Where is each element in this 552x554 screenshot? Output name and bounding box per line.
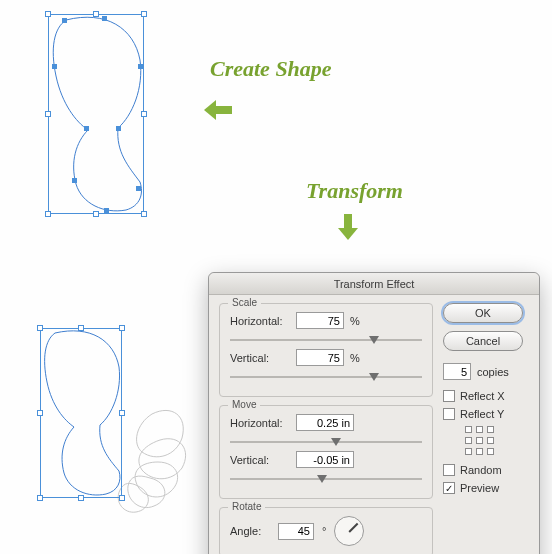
reference-point-grid[interactable] bbox=[465, 426, 495, 456]
move-group: Move Horizontal: Vertical: bbox=[219, 405, 433, 499]
dialog-title[interactable]: Transform Effect bbox=[209, 273, 539, 295]
anchor-point[interactable] bbox=[116, 126, 121, 131]
scale-vertical-unit: % bbox=[350, 352, 360, 364]
preview-row[interactable]: ✓ Preview bbox=[443, 482, 529, 494]
reflect-x-row[interactable]: Reflect X bbox=[443, 390, 529, 402]
move-vertical-input[interactable] bbox=[296, 451, 354, 468]
annotation-create-shape: Create Shape bbox=[210, 56, 332, 82]
scale-horizontal-slider[interactable] bbox=[230, 337, 422, 343]
anchor-point[interactable] bbox=[52, 64, 57, 69]
scale-vertical-input[interactable] bbox=[296, 349, 344, 366]
cancel-button[interactable]: Cancel bbox=[443, 331, 523, 351]
random-checkbox[interactable] bbox=[443, 464, 455, 476]
rotate-legend: Rotate bbox=[228, 501, 265, 512]
anchor-point[interactable] bbox=[138, 64, 143, 69]
rotate-angle-label: Angle: bbox=[230, 525, 270, 537]
vector-path[interactable] bbox=[48, 14, 144, 214]
scale-horizontal-input[interactable] bbox=[296, 312, 344, 329]
scale-legend: Scale bbox=[228, 297, 261, 308]
scale-vertical-label: Vertical: bbox=[230, 352, 290, 364]
scale-horizontal-unit: % bbox=[350, 315, 360, 327]
move-horizontal-input[interactable] bbox=[296, 414, 354, 431]
reflect-y-checkbox[interactable] bbox=[443, 408, 455, 420]
random-label: Random bbox=[460, 464, 502, 476]
anchor-point[interactable] bbox=[136, 186, 141, 191]
scale-group: Scale Horizontal: % Vertical: % bbox=[219, 303, 433, 397]
move-horizontal-slider[interactable] bbox=[230, 439, 422, 445]
move-vertical-label: Vertical: bbox=[230, 454, 290, 466]
move-horizontal-label: Horizontal: bbox=[230, 417, 290, 429]
reflect-y-label: Reflect Y bbox=[460, 408, 504, 420]
anchor-point[interactable] bbox=[102, 16, 107, 21]
anchor-point[interactable] bbox=[72, 178, 77, 183]
transform-effect-dialog: Transform Effect Scale Horizontal: % Ver… bbox=[208, 272, 540, 554]
canvas-shape-original[interactable] bbox=[48, 14, 144, 214]
move-legend: Move bbox=[228, 399, 260, 410]
ok-button[interactable]: OK bbox=[443, 303, 523, 323]
annotation-transform: Transform bbox=[306, 178, 403, 204]
rotate-angle-unit: ° bbox=[322, 525, 326, 537]
random-row[interactable]: Random bbox=[443, 464, 529, 476]
rotate-angle-input[interactable] bbox=[278, 523, 314, 540]
anchor-point[interactable] bbox=[62, 18, 67, 23]
scale-horizontal-label: Horizontal: bbox=[230, 315, 290, 327]
preview-label: Preview bbox=[460, 482, 499, 494]
copies-input[interactable] bbox=[443, 363, 471, 380]
copies-label: copies bbox=[477, 366, 509, 378]
canvas-shape-transformed[interactable] bbox=[40, 328, 210, 538]
reflect-x-checkbox[interactable] bbox=[443, 390, 455, 402]
scale-vertical-slider[interactable] bbox=[230, 374, 422, 380]
anchor-point[interactable] bbox=[84, 126, 89, 131]
rotate-group: Rotate Angle: ° bbox=[219, 507, 433, 554]
rotate-angle-dial[interactable] bbox=[334, 516, 364, 546]
reflect-y-row[interactable]: Reflect Y bbox=[443, 408, 529, 420]
move-vertical-slider[interactable] bbox=[230, 476, 422, 482]
arrow-left-icon bbox=[204, 100, 232, 120]
anchor-point[interactable] bbox=[104, 208, 109, 213]
preview-checkbox[interactable]: ✓ bbox=[443, 482, 455, 494]
reflect-x-label: Reflect X bbox=[460, 390, 505, 402]
